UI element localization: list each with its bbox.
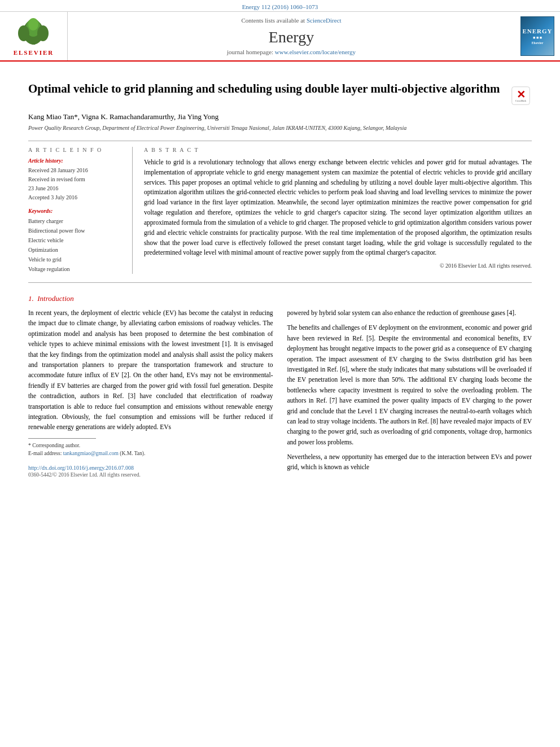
article-info-col: A R T I C L E I N F O Article history: R… — [28, 147, 133, 274]
svg-text:CrossMark: CrossMark — [515, 99, 526, 102]
homepage-line: journal homepage: www.elsevier.com/locat… — [227, 49, 356, 55]
svg-point-5 — [18, 25, 29, 41]
revised-date: 23 June 2016 — [28, 184, 124, 193]
divider-2 — [28, 282, 532, 283]
abstract-col: A B S T R A C T Vehicle to grid is a rev… — [144, 147, 532, 274]
email-note: E-mail address: tankangmiao@gmail.com (K… — [28, 449, 273, 457]
journal-header: ELSEVIER Contents lists available at Sci… — [0, 12, 560, 62]
doi-section: http://dx.doi.org/10.1016/j.energy.2016.… — [28, 463, 273, 472]
journal-name: Energy — [269, 28, 314, 46]
keyword-6: Voltage regulation — [28, 264, 124, 274]
abstract-heading: A B S T R A C T — [144, 147, 532, 153]
authors: Kang Miao Tan*, Vigna K. Ramachandaramur… — [28, 112, 532, 121]
body-left-col: In recent years, the deployment of elect… — [28, 308, 273, 478]
article-content: Optimal vehicle to grid planning and sch… — [0, 62, 560, 489]
issn-text: 0360-5442/© 2016 Elsevier Ltd. All right… — [28, 472, 273, 478]
keyword-2: Bidirectional power flow — [28, 226, 124, 235]
title-section: Optimal vehicle to grid planning and sch… — [28, 81, 532, 132]
abstract-text: Vehicle to grid is a revolutionary techn… — [144, 158, 532, 258]
elsevier-label: ELSEVIER — [14, 49, 54, 56]
citation-text: Energy 112 (2016) 1060–1073 — [242, 3, 318, 10]
keywords-label: Keywords: — [28, 208, 124, 214]
accepted-date: Accepted 3 July 2016 — [28, 193, 124, 202]
keyword-3: Electric vehicle — [28, 235, 124, 245]
homepage-link[interactable]: www.elsevier.com/locate/energy — [275, 49, 356, 55]
contents-line: Contents lists available at ScienceDirec… — [241, 17, 341, 24]
top-citation-bar: Energy 112 (2016) 1060–1073 — [0, 0, 560, 12]
keyword-1: Battery charger — [28, 216, 124, 226]
journal-header-center: Contents lists available at ScienceDirec… — [68, 12, 515, 60]
section-number: 1. — [28, 294, 34, 303]
svg-point-4 — [28, 18, 38, 30]
article-title: Optimal vehicle to grid planning and sch… — [28, 81, 501, 97]
section-header: 1. Introduction — [28, 294, 532, 303]
article-info-heading: A R T I C L E I N F O — [28, 147, 124, 153]
svg-text:✕: ✕ — [516, 88, 525, 100]
intro-right-para-2: The benefits and challenges of EV deploy… — [287, 322, 532, 447]
intro-left-para-1: In recent years, the deployment of elect… — [28, 308, 273, 433]
keywords-list: Battery charger Bidirectional power flow… — [28, 216, 124, 274]
crossmark-badge: ✕ CrossMark — [509, 84, 532, 107]
svg-point-6 — [37, 25, 49, 41]
elsevier-logo-section: ELSEVIER — [0, 12, 68, 60]
article-info-abstract: A R T I C L E I N F O Article history: R… — [28, 147, 532, 274]
body-right-col: powered by hybrid solar system can also … — [287, 308, 532, 478]
intro-right-para-3: Nevertheless, a new opportunity has emer… — [287, 452, 532, 473]
elsevier-logo-icon — [10, 16, 58, 47]
keyword-5: Vehicle to grid — [28, 255, 124, 264]
science-direct-link[interactable]: ScienceDirect — [307, 17, 342, 24]
elsevier-logo: ELSEVIER — [10, 16, 58, 56]
received-date: Received 28 January 2016 — [28, 166, 124, 175]
email-link[interactable]: tankangmiao@gmail.com — [63, 451, 119, 456]
received-revised-label: Received in revised form — [28, 175, 124, 184]
doi-link[interactable]: http://dx.doi.org/10.1016/j.energy.2016.… — [28, 465, 134, 471]
journal-header-right: ENERGY ■ ■ ■ Elsevier — [515, 12, 560, 60]
intro-right-para-1: powered by hybrid solar system can also … — [287, 308, 532, 318]
section-title-text: Introduction — [37, 294, 74, 303]
corresponding-author-note: * Corresponding author. — [28, 442, 273, 449]
crossmark-icon: ✕ CrossMark — [511, 86, 531, 106]
page: Energy 112 (2016) 1060–1073 — [0, 0, 560, 747]
footnote-divider — [28, 438, 96, 439]
divider-1 — [28, 141, 532, 141]
affiliation: Power Quality Research Group, Department… — [28, 124, 532, 132]
section-title: 1. Introduction — [28, 294, 74, 303]
keyword-4: Optimization — [28, 245, 124, 255]
energy-badge: ENERGY ■ ■ ■ Elsevier — [520, 16, 554, 56]
article-history-label: Article history: — [28, 158, 124, 164]
copyright-line: © 2016 Elsevier Ltd. All rights reserved… — [144, 263, 532, 269]
body-two-col: In recent years, the deployment of elect… — [28, 308, 532, 478]
body-section: 1. Introduction In recent years, the dep… — [28, 294, 532, 478]
